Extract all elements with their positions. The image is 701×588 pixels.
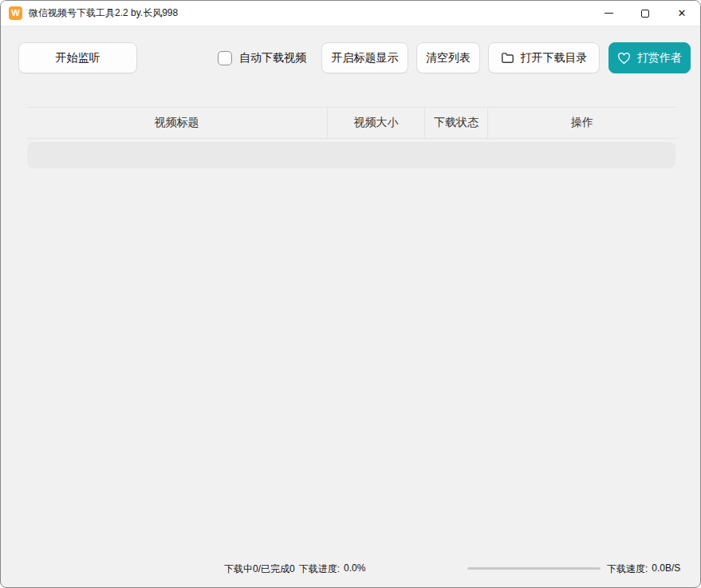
window-controls: ✕ [590,1,700,26]
auto-download-label[interactable]: 自动下载视频 [239,51,306,65]
donate-button[interactable]: 打赏作者 [608,42,691,73]
window-title: 微信视频号下载工具2.2 by.长风998 [29,6,178,20]
column-download-status: 下载状态 [425,108,488,138]
maximize-button[interactable] [627,1,664,26]
donate-label: 打赏作者 [637,51,682,65]
minimize-icon [605,13,613,14]
start-listen-button[interactable]: 开始监听 [18,42,137,73]
column-actions: 操作 [488,108,676,138]
column-video-size: 视频大小 [328,108,425,138]
auto-download-checkbox[interactable] [218,51,232,65]
empty-table-row [27,142,675,168]
title-display-button[interactable]: 开启标题显示 [321,42,408,73]
speed-label: 下载速度: [607,562,648,576]
progress-label: 下载进度: [299,562,340,576]
close-icon: ✕ [678,8,687,18]
app-window: W 微信视频号下载工具2.2 by.长风998 ✕ 开始监听 自动下载视频 开启… [0,0,701,588]
video-table-header: 视频标题 视频大小 下载状态 操作 [26,107,676,139]
progress-value: 0.0% [344,562,365,576]
column-video-title: 视频标题 [26,108,328,138]
auto-download-option: 自动下载视频 [218,42,306,73]
title-bar: W 微信视频号下载工具2.2 by.长风998 ✕ [1,1,700,26]
heart-icon [617,52,631,65]
app-icon: W [9,6,22,20]
clear-list-button[interactable]: 清空列表 [416,42,480,73]
open-download-dir-button[interactable]: 打开下载目录 [488,42,600,73]
download-count-text: 下载中0/已完成0 [224,562,295,576]
progress-bar [467,567,601,570]
folder-icon [501,52,514,64]
close-button[interactable]: ✕ [664,1,700,26]
status-left: 下载中0/已完成0 下载进度: 0.0% [224,562,365,576]
status-right: 下载速度: 0.0B/S [607,562,680,576]
minimize-button[interactable] [590,1,627,26]
speed-value: 0.0B/S [652,562,680,576]
open-download-dir-label: 打开下载目录 [521,51,588,65]
maximize-icon [641,10,649,18]
